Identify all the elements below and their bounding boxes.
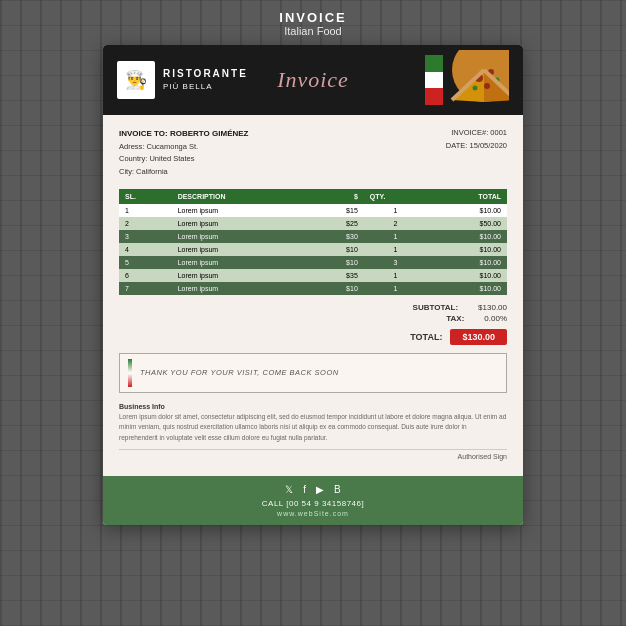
- tax-row: TAX: 0.00%: [404, 314, 507, 323]
- svg-point-4: [473, 86, 478, 91]
- col-total: TOTAL: [427, 189, 507, 204]
- thankyou-text: THANK YOU FOR YOUR VISIT, COME BACK SOON: [140, 368, 339, 377]
- cell-desc: Lorem ipsum: [172, 282, 310, 295]
- billing-address: Adress: Cucamonga St.: [119, 141, 249, 154]
- cell-desc: Lorem ipsum: [172, 217, 310, 230]
- call-number: [00 54 9 34158746]: [286, 499, 364, 508]
- cell-desc: Lorem ipsum: [172, 230, 310, 243]
- cell-total: $50.00: [427, 217, 507, 230]
- bill-to: INVOICE TO: ROBERTO GIMÉNEZ: [119, 127, 249, 141]
- cell-price: $10: [309, 256, 363, 269]
- facebook-icon[interactable]: f: [303, 484, 306, 495]
- cell-price: $35: [309, 269, 363, 282]
- footer-website: www.webSite.com: [119, 510, 507, 517]
- cell-sl: 5: [119, 256, 172, 269]
- subtotal-value: $130.00: [478, 303, 507, 312]
- thankyou-row: THANK YOU FOR YOUR VISIT, COME BACK SOON: [119, 353, 507, 393]
- logo-box: 👨‍🍳: [117, 61, 155, 99]
- cell-sl: 4: [119, 243, 172, 256]
- social-icons: 𝕏 f ▶ B: [119, 484, 507, 495]
- subtotal-label: SUBTOTAL:: [398, 303, 458, 312]
- col-qty: QTY.: [364, 189, 427, 204]
- table-head: SL. DESCRIPTION $ QTY. TOTAL: [119, 189, 507, 204]
- card-header: 👨‍🍳 RISTORANTE PIÙ BELLA Invoice: [103, 45, 523, 115]
- cell-qty: 1: [364, 269, 427, 282]
- business-info: Business Info Lorem ipsum dolor sit amet…: [119, 401, 507, 443]
- flag-bar: [128, 359, 132, 387]
- cell-total: $10.00: [427, 204, 507, 217]
- page-header: INVOICE Italian Food: [279, 10, 346, 37]
- auth-line: Authorised Sign: [119, 449, 507, 460]
- business-info-text: Lorem ipsum dolor sit amet, consectetur …: [119, 412, 507, 443]
- table-row: 6 Lorem ipsum $35 1 $10.00: [119, 269, 507, 282]
- cell-price: $15: [309, 204, 363, 217]
- cell-desc: Lorem ipsum: [172, 256, 310, 269]
- cell-desc: Lorem ipsum: [172, 204, 310, 217]
- cell-desc: Lorem ipsum: [172, 243, 310, 256]
- tax-label: TAX:: [404, 314, 464, 323]
- col-sl: SL.: [119, 189, 172, 204]
- billing-row: INVOICE TO: ROBERTO GIMÉNEZ Adress: Cuca…: [119, 127, 507, 179]
- business-info-label: Business Info: [119, 401, 507, 412]
- restaurant-name: RISTORANTE PIÙ BELLA: [163, 67, 248, 92]
- cell-sl: 1: [119, 204, 172, 217]
- youtube-icon[interactable]: ▶: [316, 484, 324, 495]
- cell-total: $10.00: [427, 256, 507, 269]
- invoice-date: DATE: 15/05/2020: [446, 140, 507, 153]
- footer-call: CALL [00 54 9 34158746]: [119, 499, 507, 508]
- card-footer: 𝕏 f ▶ B CALL [00 54 9 34158746] www.webS…: [103, 476, 523, 525]
- tax-value: 0.00%: [484, 314, 507, 323]
- cell-price: $10: [309, 282, 363, 295]
- cell-sl: 3: [119, 230, 172, 243]
- total-amount: $130.00: [450, 329, 507, 345]
- page-subtitle: Italian Food: [279, 25, 346, 37]
- total-label: TOTAL:: [410, 332, 442, 342]
- col-desc: DESCRIPTION: [172, 189, 310, 204]
- svg-point-3: [484, 83, 490, 89]
- table-body: 1 Lorem ipsum $15 1 $10.00 2 Lorem ipsum…: [119, 204, 507, 295]
- table-row: 2 Lorem ipsum $25 2 $50.00: [119, 217, 507, 230]
- table-row: 3 Lorem ipsum $30 1 $10.00: [119, 230, 507, 243]
- cell-total: $10.00: [427, 230, 507, 243]
- call-label: CALL: [262, 499, 284, 508]
- cell-sl: 7: [119, 282, 172, 295]
- invoice-table: SL. DESCRIPTION $ QTY. TOTAL 1 Lorem ips…: [119, 189, 507, 295]
- pizza-svg: [439, 50, 509, 110]
- cell-total: $10.00: [427, 243, 507, 256]
- cell-qty: 1: [364, 230, 427, 243]
- cell-sl: 6: [119, 269, 172, 282]
- col-price: $: [309, 189, 363, 204]
- logo-area: 👨‍🍳 RISTORANTE PIÙ BELLA: [117, 61, 248, 99]
- auth-label: Authorised Sign: [458, 453, 507, 460]
- table-row: 7 Lorem ipsum $10 1 $10.00: [119, 282, 507, 295]
- subtotal-row: SUBTOTAL: $130.00: [398, 303, 507, 312]
- cell-price: $10: [309, 243, 363, 256]
- billing-right: INVOICE#: 0001 DATE: 15/05/2020: [446, 127, 507, 179]
- cell-qty: 1: [364, 243, 427, 256]
- table-row: 1 Lorem ipsum $15 1 $10.00: [119, 204, 507, 217]
- totals-section: SUBTOTAL: $130.00 TAX: 0.00% TOTAL: $130…: [119, 303, 507, 345]
- invoice-card: 👨‍🍳 RISTORANTE PIÙ BELLA Invoice: [103, 45, 523, 525]
- twitter-icon[interactable]: 𝕏: [285, 484, 293, 495]
- card-body: INVOICE TO: ROBERTO GIMÉNEZ Adress: Cuca…: [103, 115, 523, 476]
- cell-price: $30: [309, 230, 363, 243]
- invoice-number: INVOICE#: 0001: [446, 127, 507, 140]
- cell-sl: 2: [119, 217, 172, 230]
- billing-left: INVOICE TO: ROBERTO GIMÉNEZ Adress: Cuca…: [119, 127, 249, 179]
- blog-icon[interactable]: B: [334, 484, 341, 495]
- cell-qty: 1: [364, 282, 427, 295]
- cell-qty: 3: [364, 256, 427, 269]
- total-final-row: TOTAL: $130.00: [410, 329, 507, 345]
- billing-city: City: California: [119, 166, 249, 179]
- cell-desc: Lorem ipsum: [172, 269, 310, 282]
- table-row: 5 Lorem ipsum $10 3 $10.00: [119, 256, 507, 269]
- pizza-image: [439, 50, 509, 110]
- cell-price: $25: [309, 217, 363, 230]
- cell-total: $10.00: [427, 269, 507, 282]
- table-header-row: SL. DESCRIPTION $ QTY. TOTAL: [119, 189, 507, 204]
- billing-country: Country: United States: [119, 153, 249, 166]
- page-title: INVOICE: [279, 10, 346, 25]
- cell-total: $10.00: [427, 282, 507, 295]
- table-row: 4 Lorem ipsum $10 1 $10.00: [119, 243, 507, 256]
- cell-qty: 1: [364, 204, 427, 217]
